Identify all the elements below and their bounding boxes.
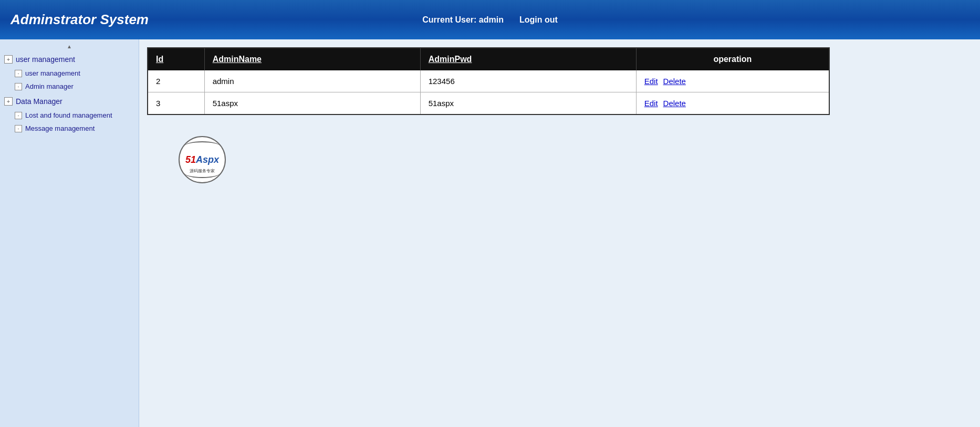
toggle-icon-data: + [4, 97, 13, 106]
sidebar-label-lost-found: Lost and found management [25, 111, 112, 119]
sidebar-section-data: + Data Manager - Lost and found manageme… [0, 94, 139, 135]
col-header-pwd: AdminPwd [420, 48, 636, 70]
edit-button[interactable]: Edit [644, 99, 658, 108]
cell-pwd: 123456 [420, 70, 636, 92]
child-toggle-icon-admin: - [15, 83, 22, 90]
cell-pwd: 51aspx [420, 92, 636, 115]
cell-name: admin [204, 70, 420, 92]
sidebar-section-user: + user management - user management - Ad… [0, 52, 139, 93]
sidebar-item-user-management[interactable]: - user management [0, 67, 139, 80]
content-area: Id AdminName AdminPwd operation 2 admin … [139, 39, 980, 427]
logo-arc-top [184, 141, 221, 152]
current-user-label: Current User: admin [422, 15, 504, 25]
col-header-id: Id [148, 48, 204, 70]
cell-id: 2 [148, 70, 204, 92]
cell-id: 3 [148, 92, 204, 115]
cell-op: Edit Delete [636, 70, 829, 92]
sidebar-label-message-mgmt: Message management [25, 124, 95, 132]
sidebar-item-lost-found[interactable]: - Lost and found management [0, 109, 139, 122]
scroll-up-indicator: ▲ [0, 42, 139, 51]
edit-button[interactable]: Edit [644, 77, 658, 86]
col-header-name: AdminName [204, 48, 420, 70]
app-title: Adminstrator System [11, 12, 149, 28]
logo-area: 51Aspx 源码服务专家 [147, 136, 972, 183]
sidebar-label-user-management: user management [16, 55, 75, 64]
logout-link[interactable]: Login out [519, 15, 558, 25]
sidebar-label-admin-manager: Admin manager [25, 82, 74, 90]
child-toggle-icon-lost: - [15, 112, 22, 119]
col-header-op: operation [636, 48, 829, 70]
admin-table: Id AdminName AdminPwd operation 2 admin … [147, 47, 830, 115]
logo-text-red: 51 [185, 154, 196, 165]
user-info: Current User: admin Login out [422, 15, 558, 25]
main-layout: ▲ + user management - user management - … [0, 39, 980, 427]
child-toggle-icon-message: - [15, 125, 22, 132]
table-row: 2 admin 123456 Edit Delete [148, 70, 829, 92]
logo-circle: 51Aspx 源码服务专家 [179, 136, 226, 183]
logo-text-blue: Aspx [196, 154, 219, 165]
cell-name: 51aspx [204, 92, 420, 115]
toggle-icon-user: + [4, 55, 13, 64]
sidebar-label-data-manager: Data Manager [16, 97, 62, 106]
logo-arc-bottom [184, 168, 221, 178]
sidebar-item-admin-manager[interactable]: - Admin manager [0, 80, 139, 93]
table-row: 3 51aspx 51aspx Edit Delete [148, 92, 829, 115]
delete-button[interactable]: Delete [663, 77, 686, 86]
child-toggle-icon-user: - [15, 70, 22, 77]
sidebar-label-user-mgmt-child: user management [25, 69, 80, 77]
cell-op: Edit Delete [636, 92, 829, 115]
delete-button[interactable]: Delete [663, 99, 686, 108]
sidebar-item-message-mgmt[interactable]: - Message management [0, 122, 139, 135]
sidebar-item-data-manager-parent[interactable]: + Data Manager [0, 94, 139, 109]
sidebar-item-user-management-parent[interactable]: + user management [0, 52, 139, 67]
header: Adminstrator System Current User: admin … [0, 0, 980, 39]
sidebar: ▲ + user management - user management - … [0, 39, 139, 427]
